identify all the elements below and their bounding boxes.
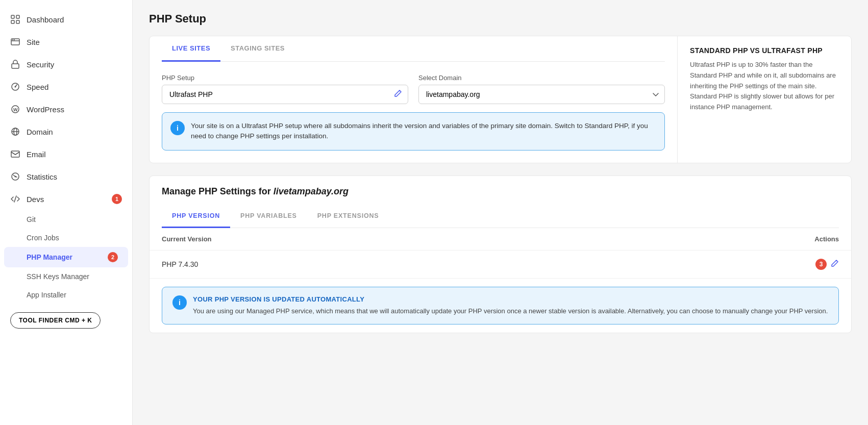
info-icon: i: [170, 121, 185, 135]
sidebar: Dashboard Site Security: [0, 0, 133, 425]
php-manager-badge: 2: [108, 252, 118, 262]
ultrafast-info-box: i Your site is on a Ultrafast PHP setup …: [162, 112, 665, 151]
sidebar-item-label: Statistics: [27, 172, 57, 181]
php-setup-label: PHP Setup: [162, 74, 408, 82]
domain-select[interactable]: livetampabay.org: [418, 85, 665, 104]
manage-tab-php-version[interactable]: PHP VERSION: [162, 205, 230, 228]
sidebar-item-email[interactable]: Email: [0, 143, 132, 165]
tab-live-sites[interactable]: LIVE SITES: [162, 36, 220, 62]
site-icon: [10, 37, 20, 47]
page-title: PHP Setup: [149, 12, 852, 26]
sidebar-item-devs[interactable]: Devs 1: [0, 188, 132, 210]
setup-left-panel: LIVE SITES STAGING SITES PHP Setup Ultra…: [150, 36, 678, 163]
php-setup-group: PHP Setup Ultrafast PHP: [162, 74, 408, 104]
sidebar-item-site[interactable]: Site: [0, 31, 132, 53]
main-content: PHP Setup LIVE SITES STAGING SITES PHP S…: [133, 0, 868, 425]
sidebar-item-label: Devs: [27, 195, 44, 204]
domain-select-label: Select Domain: [418, 74, 665, 82]
comparison-title: STANDARD PHP VS ULTRAFAST PHP: [690, 46, 839, 55]
svg-rect-3: [16, 20, 19, 23]
current-php-version: PHP 7.4.30: [162, 260, 198, 268]
sidebar-item-domain[interactable]: Domain: [0, 120, 132, 143]
sidebar-item-label: Domain: [27, 128, 53, 136]
site-tabs: LIVE SITES STAGING SITES: [162, 36, 665, 62]
lock-icon: [10, 59, 20, 69]
sidebar-item-label: Site: [27, 38, 40, 46]
sidebar-item-security[interactable]: Security: [0, 53, 132, 76]
manage-tab-php-extensions[interactable]: PHP EXTENSIONS: [307, 205, 389, 228]
svg-point-6: [14, 39, 15, 40]
manage-tabs: PHP VERSION PHP VARIABLES PHP EXTENSIONS: [162, 205, 839, 228]
svg-text:W: W: [13, 107, 18, 112]
stats-icon: [10, 171, 20, 182]
tool-finder-button[interactable]: TOOL FINDER CMD + K: [0, 304, 132, 337]
svg-rect-2: [11, 20, 14, 23]
svg-point-5: [12, 39, 13, 40]
version-edit-icon[interactable]: [831, 259, 839, 269]
devs-icon: [10, 194, 20, 204]
svg-rect-1: [16, 15, 19, 18]
table-header-version: Current Version: [162, 235, 212, 243]
table-header: Current Version Actions: [150, 228, 851, 251]
manage-title: Manage PHP Settings for livetampabay.org: [162, 186, 839, 197]
php-setup-input[interactable]: Ultrafast PHP: [162, 85, 408, 104]
svg-rect-7: [12, 64, 19, 68]
manage-header: Manage PHP Settings for livetampabay.org…: [150, 176, 851, 228]
svg-point-9: [15, 86, 16, 88]
php-setup-input-wrapper: Ultrafast PHP: [162, 85, 408, 104]
domain-select-group: Select Domain livetampabay.org: [418, 74, 665, 104]
svg-rect-14: [11, 151, 19, 157]
tab-staging-sites[interactable]: STAGING SITES: [220, 36, 295, 62]
auto-update-info-body: You are using our Managed PHP service, w…: [193, 306, 828, 316]
version-badge: 3: [815, 259, 827, 270]
sidebar-subitem-cron-jobs[interactable]: Cron Jobs: [0, 229, 132, 247]
wp-icon: W: [10, 104, 20, 114]
sidebar-item-wordpress[interactable]: W WordPress: [0, 98, 132, 120]
speed-icon: [10, 82, 20, 92]
table-header-actions: Actions: [814, 235, 839, 243]
sidebar-subitem-git[interactable]: Git: [0, 210, 132, 229]
sidebar-subitem-php-manager[interactable]: PHP Manager 2: [4, 247, 128, 267]
sidebar-item-label: Speed: [27, 83, 48, 91]
grid-icon: [10, 14, 20, 24]
auto-update-info-icon: i: [172, 295, 187, 310]
manage-php-section: Manage PHP Settings for livetampabay.org…: [149, 176, 852, 334]
php-setup-card: LIVE SITES STAGING SITES PHP Setup Ultra…: [149, 36, 852, 163]
sidebar-item-label: Email: [27, 150, 46, 159]
sidebar-item-speed[interactable]: Speed: [0, 76, 132, 98]
auto-update-info-box: i YOUR PHP VERSION IS UPDATED AUTOMATICA…: [162, 287, 839, 325]
globe-icon: [10, 127, 20, 137]
auto-update-info-title: YOUR PHP VERSION IS UPDATED AUTOMATICALL…: [193, 295, 828, 303]
sidebar-subitem-ssh-keys[interactable]: SSH Keys Manager: [0, 267, 132, 286]
sidebar-item-statistics[interactable]: Statistics: [0, 165, 132, 188]
sidebar-item-label: Dashboard: [27, 15, 64, 24]
setup-right-panel: STANDARD PHP VS ULTRAFAST PHP Ultrafast …: [678, 36, 851, 163]
sidebar-item-label: Security: [27, 60, 54, 69]
manage-tab-php-variables[interactable]: PHP VARIABLES: [230, 205, 307, 228]
sidebar-item-dashboard[interactable]: Dashboard: [0, 8, 132, 31]
ultrafast-info-text: Your site is on a Ultrafast PHP setup wh…: [191, 121, 656, 142]
php-form-row: PHP Setup Ultrafast PHP Select Domain: [162, 74, 665, 104]
svg-rect-0: [11, 15, 14, 18]
sidebar-subitem-app-installer[interactable]: App Installer: [0, 286, 132, 304]
version-actions: 3: [815, 259, 839, 270]
devs-badge: 1: [112, 194, 122, 204]
email-icon: [10, 149, 20, 159]
comparison-description: Ultrafast PHP is up to 30% faster than t…: [690, 60, 839, 113]
chevron-down-icon: [653, 90, 659, 99]
php-setup-edit-icon[interactable]: [394, 89, 402, 99]
svg-point-16: [15, 176, 16, 178]
domain-select-wrapper: livetampabay.org: [418, 85, 665, 104]
sidebar-item-label: WordPress: [27, 105, 64, 114]
php-version-row: PHP 7.4.30 3: [150, 251, 851, 279]
devs-subitems: Git Cron Jobs PHP Manager 2 SSH Keys Man…: [0, 210, 132, 304]
auto-update-info-content: YOUR PHP VERSION IS UPDATED AUTOMATICALL…: [193, 295, 828, 316]
